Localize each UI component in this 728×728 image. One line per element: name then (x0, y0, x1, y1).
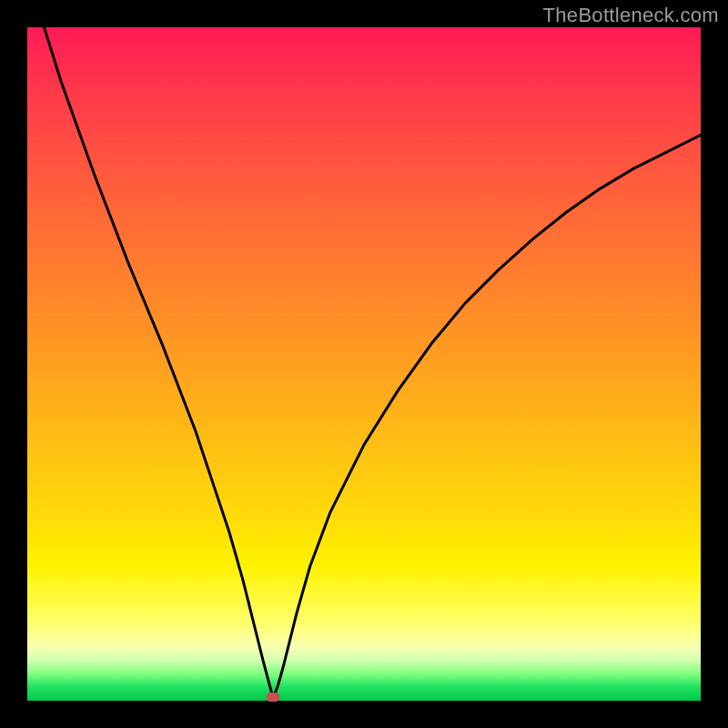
watermark-text: TheBottleneck.com (543, 4, 719, 27)
curve-layer (27, 27, 701, 701)
plot-area (27, 27, 701, 701)
chart-frame: TheBottleneck.com (0, 0, 728, 728)
minimum-marker (267, 693, 279, 702)
bottleneck-curve (27, 0, 701, 698)
